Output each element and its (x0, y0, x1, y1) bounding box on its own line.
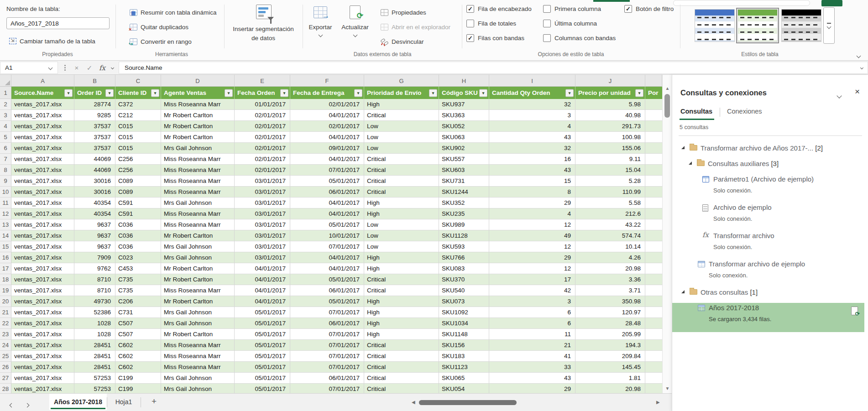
style-option-checkbox[interactable]: Columnas con bandas (543, 34, 616, 42)
cell[interactable]: 03/01/2017 (235, 176, 290, 187)
cell[interactable]: 194.3 (575, 340, 645, 351)
cell[interactable]: Mr Robert Carlton (161, 230, 235, 241)
cell[interactable]: SKU1148 (439, 329, 489, 340)
cell-partial[interactable] (645, 241, 662, 252)
cell[interactable]: 02/01/2017 (235, 121, 290, 132)
cell[interactable]: 44069 (74, 165, 115, 176)
cell[interactable]: 02/01/2017 (290, 99, 364, 110)
table-header-cell[interactable]: Código SKU▾ (439, 87, 489, 99)
cell[interactable]: 5.98 (575, 99, 645, 110)
table-header-cell[interactable]: Fecha de Entrega▾ (290, 87, 364, 99)
cell-partial[interactable] (645, 296, 662, 307)
cell[interactable]: 3 (489, 296, 575, 307)
cell[interactable]: 07/01/2017 (290, 384, 364, 393)
cell[interactable]: 6 (489, 318, 575, 329)
unchecked-checkbox-icon[interactable] (543, 20, 551, 27)
cell[interactable]: C731 (115, 307, 161, 318)
tree-expander-icon[interactable] (689, 161, 692, 165)
cell[interactable]: 49730 (74, 296, 115, 307)
prev-sheet-arrow[interactable] (10, 401, 13, 409)
cell[interactable]: 02/01/2017 (235, 143, 290, 154)
row-number[interactable]: 7 (0, 154, 11, 165)
cell[interactable]: SKU156 (439, 340, 489, 351)
cell[interactable]: ventas_2017.xlsx (11, 176, 74, 187)
cell[interactable]: SKU1034 (439, 318, 489, 329)
cell[interactable]: 15 (489, 176, 575, 187)
cell[interactable]: Mrs Gail Johnson (161, 241, 235, 252)
cell-partial[interactable] (645, 329, 662, 340)
cell[interactable]: Critical (364, 362, 439, 373)
cell[interactable]: 05/01/2017 (235, 307, 290, 318)
cell[interactable]: C023 (115, 252, 161, 263)
cell[interactable]: 03/01/2017 (235, 219, 290, 230)
cell[interactable]: Mr Robert Carlton (161, 132, 235, 143)
cell[interactable]: C602 (115, 340, 161, 351)
cell[interactable]: 03/01/2017 (235, 208, 290, 219)
cell[interactable]: 43 (489, 132, 575, 143)
cell[interactable]: 28451 (74, 351, 115, 362)
name-box-chevron[interactable] (48, 66, 53, 70)
cell-partial[interactable] (645, 252, 662, 263)
cell[interactable]: 05/01/2017 (290, 296, 364, 307)
cell[interactable]: 07/01/2017 (290, 241, 364, 252)
cell[interactable]: SKU902 (439, 143, 489, 154)
cell[interactable]: SKU731 (439, 176, 489, 187)
cell[interactable]: 02/01/2017 (235, 132, 290, 143)
cell[interactable]: 04/01/2017 (290, 154, 364, 165)
cell[interactable]: ventas_2017.xlsx (11, 274, 74, 285)
cell[interactable]: Mrs Gail Johnson (161, 373, 235, 384)
cell[interactable]: Miss Roseanna Marr (161, 99, 235, 110)
filter-button-icon[interactable]: ▾ (280, 89, 288, 97)
style-option-checkbox[interactable]: Fila de totales (466, 20, 516, 27)
cell[interactable]: 16 (489, 154, 575, 165)
cell[interactable]: 03/01/2017 (235, 187, 290, 198)
cell[interactable]: C602 (115, 351, 161, 362)
row-number-1[interactable]: 1 (0, 87, 11, 99)
cell[interactable]: C089 (115, 187, 161, 198)
cell[interactable]: ventas_2017.xlsx (11, 351, 74, 362)
cell[interactable]: 120.97 (575, 307, 645, 318)
cell-partial[interactable] (645, 285, 662, 296)
row-number[interactable]: 14 (0, 230, 11, 241)
cell[interactable]: 09/01/2017 (290, 143, 364, 154)
search-pill[interactable] (673, 0, 810, 6)
cell[interactable]: Mrs Gail Johnson (161, 252, 235, 263)
cell[interactable]: 03/01/2017 (235, 198, 290, 208)
cell[interactable]: 57253 (74, 373, 115, 384)
cell[interactable]: 43 (489, 165, 575, 176)
cell[interactable]: C036 (115, 230, 161, 241)
cell[interactable]: C372 (115, 99, 161, 110)
cell[interactable]: 40.98 (575, 110, 645, 121)
panel-collapse-chevron[interactable] (837, 91, 841, 99)
cell[interactable]: C199 (115, 373, 161, 384)
cell-partial[interactable] (645, 143, 662, 154)
cell[interactable]: Miss Roseanna Marr (161, 165, 235, 176)
cell[interactable]: 29 (489, 198, 575, 208)
cell[interactable]: 05/01/2017 (235, 318, 290, 329)
cell[interactable]: 12 (489, 263, 575, 274)
cell[interactable]: 28451 (74, 362, 115, 373)
cell[interactable]: SKU183 (439, 351, 489, 362)
cell[interactable]: 37537 (74, 121, 115, 132)
cell[interactable]: Low (364, 143, 439, 154)
cell[interactable]: 8 (489, 187, 575, 198)
column-header-partial[interactable] (645, 75, 662, 87)
cell[interactable]: High (364, 307, 439, 318)
resize-table-button[interactable]: ⇲ Cambiar tamaño de la tabla (9, 36, 95, 46)
cell[interactable]: 04/01/2017 (290, 263, 364, 274)
cell[interactable]: 6 (489, 307, 575, 318)
cell-partial[interactable] (645, 187, 662, 198)
cell[interactable]: 291.73 (575, 121, 645, 132)
row-number[interactable]: 17 (0, 263, 11, 274)
cell[interactable]: ventas_2017.xlsx (11, 99, 74, 110)
row-number[interactable]: 26 (0, 362, 11, 373)
cell[interactable]: ventas_2017.xlsx (11, 329, 74, 340)
cell[interactable]: ventas_2017.xlsx (11, 252, 74, 263)
cell[interactable]: High (364, 263, 439, 274)
scroll-down-arrow[interactable]: ▼ (663, 386, 672, 391)
cell[interactable]: 02/01/2017 (235, 154, 290, 165)
cell[interactable]: High (364, 208, 439, 219)
row-number[interactable]: 24 (0, 340, 11, 351)
cell[interactable]: 01/01/2017 (235, 99, 290, 110)
tab-conexiones[interactable]: Conexiones (727, 108, 762, 115)
